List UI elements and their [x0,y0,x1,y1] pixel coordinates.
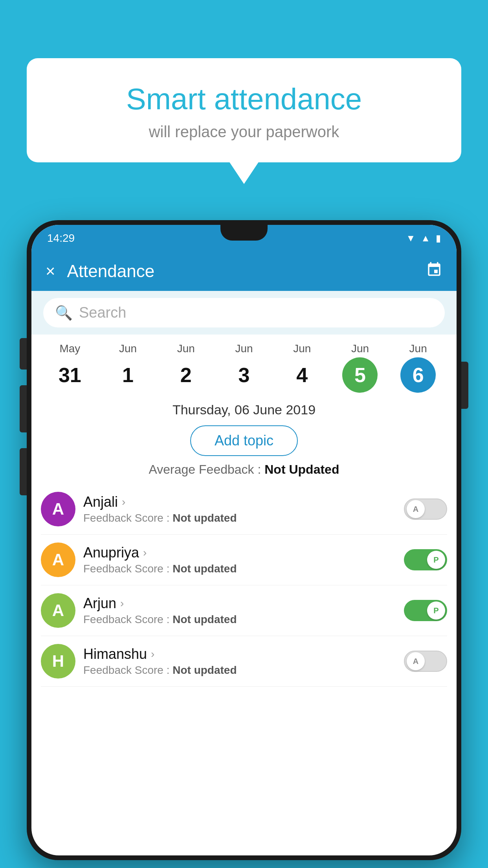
toggle-wrapper[interactable]: A [404,498,447,520]
phone-screen: 14:29 ▼ ▲ ▮ × Attendance 🔍 Search [31,225,457,855]
feedback-value: Not updated [172,512,237,524]
student-name-text: Himanshu [83,646,147,662]
date-cell-6[interactable]: Jun6 [389,342,447,393]
attendance-toggle[interactable]: A [404,651,447,672]
close-button[interactable]: × [46,262,55,281]
feedback-avg-value: Not Updated [264,462,339,476]
date-number[interactable]: 1 [110,357,146,393]
search-input[interactable]: Search [79,304,126,321]
add-topic-wrapper: Add topic [31,421,457,462]
power-button [461,362,468,409]
student-name: Arjun› [83,595,396,612]
attendance-toggle[interactable]: A [404,498,447,520]
selected-date-label: Thursday, 06 June 2019 [31,397,457,421]
student-info: Arjun›Feedback Score : Not updated [83,595,396,626]
date-cell-3[interactable]: Jun3 [215,342,273,393]
student-name: Anjali› [83,494,396,510]
student-row[interactable]: AAnupriya›Feedback Score : Not updatedP [41,535,447,585]
student-avatar: A [41,593,75,628]
student-name-text: Anjali [83,494,118,510]
student-feedback-score: Feedback Score : Not updated [83,563,396,575]
chevron-right-icon: › [151,648,154,660]
date-number[interactable]: 4 [284,357,320,393]
date-cell-1[interactable]: Jun1 [99,342,157,393]
search-bar-wrapper: 🔍 Search [31,291,457,335]
signal-icon: ▲ [421,233,430,244]
toggle-knob: P [427,601,445,620]
search-bar[interactable]: 🔍 Search [43,298,445,327]
student-avatar: A [41,542,75,577]
student-name-text: Arjun [83,595,116,612]
toggle-wrapper[interactable]: A [404,651,447,672]
add-topic-button[interactable]: Add topic [190,425,298,456]
battery-icon: ▮ [436,233,441,244]
wifi-icon: ▼ [406,233,415,244]
feedback-value: Not updated [172,664,237,676]
student-name: Himanshu› [83,646,396,662]
camera-notch [220,225,268,241]
silent-button [20,448,27,495]
volume-down-button [20,385,27,432]
calendar-icon[interactable] [426,261,442,281]
toggle-wrapper[interactable]: P [404,549,447,570]
attendance-toggle[interactable]: P [404,600,447,621]
student-avatar: A [41,492,75,526]
speech-bubble-title: Smart attendance [46,82,442,116]
toggle-knob: P [427,551,445,569]
date-number[interactable]: 2 [168,357,204,393]
chevron-right-icon: › [122,496,125,508]
student-row[interactable]: AArjun›Feedback Score : Not updatedP [41,585,447,636]
date-month: Jun [235,342,253,355]
date-number[interactable]: 6 [400,357,436,393]
feedback-value: Not updated [172,613,237,625]
volume-up-button [20,338,27,370]
date-month: Jun [351,342,369,355]
status-icons: ▼ ▲ ▮ [406,233,441,244]
date-month: Jun [119,342,137,355]
student-list: AAnjali›Feedback Score : Not updatedAAAn… [31,484,457,687]
toggle-knob: A [407,652,425,670]
student-info: Anupriya›Feedback Score : Not updated [83,544,396,575]
date-month: Jun [409,342,427,355]
student-feedback-score: Feedback Score : Not updated [83,613,396,626]
feedback-value: Not updated [172,563,237,575]
date-month: Jun [293,342,311,355]
app-bar: × Attendance [31,252,457,291]
date-cell-5[interactable]: Jun5 [331,342,389,393]
chevron-right-icon: › [143,546,147,559]
student-row[interactable]: HHimanshu›Feedback Score : Not updatedA [41,636,447,687]
student-avatar: H [41,644,75,679]
app-bar-title: Attendance [67,261,414,281]
feedback-average: Average Feedback : Not Updated [31,462,457,484]
student-feedback-score: Feedback Score : Not updated [83,664,396,677]
speech-bubble: Smart attendance will replace your paper… [27,58,461,162]
date-strip: May31Jun1Jun2Jun3Jun4Jun5Jun6 [31,335,457,397]
date-cell-0[interactable]: May31 [41,342,99,393]
attendance-toggle[interactable]: P [404,549,447,570]
student-feedback-score: Feedback Score : Not updated [83,512,396,524]
feedback-avg-label: Average Feedback : [149,462,265,476]
date-number[interactable]: 31 [52,357,88,393]
student-info: Himanshu›Feedback Score : Not updated [83,646,396,677]
date-month: Jun [177,342,195,355]
phone-frame: 14:29 ▼ ▲ ▮ × Attendance 🔍 Search [27,220,461,860]
student-name-text: Anupriya [83,544,139,561]
chevron-right-icon: › [120,597,124,610]
student-info: Anjali›Feedback Score : Not updated [83,494,396,524]
status-time: 14:29 [47,232,75,245]
status-bar: 14:29 ▼ ▲ ▮ [31,225,457,252]
toggle-wrapper[interactable]: P [404,600,447,621]
student-row[interactable]: AAnjali›Feedback Score : Not updatedA [41,484,447,535]
date-cell-4[interactable]: Jun4 [273,342,331,393]
date-month: May [59,342,80,355]
date-number[interactable]: 5 [342,357,378,393]
toggle-knob: A [407,500,425,518]
search-icon: 🔍 [55,305,73,321]
student-name: Anupriya› [83,544,396,561]
speech-bubble-subtitle: will replace your paperwork [46,123,442,141]
date-number[interactable]: 3 [226,357,262,393]
date-cell-2[interactable]: Jun2 [157,342,215,393]
